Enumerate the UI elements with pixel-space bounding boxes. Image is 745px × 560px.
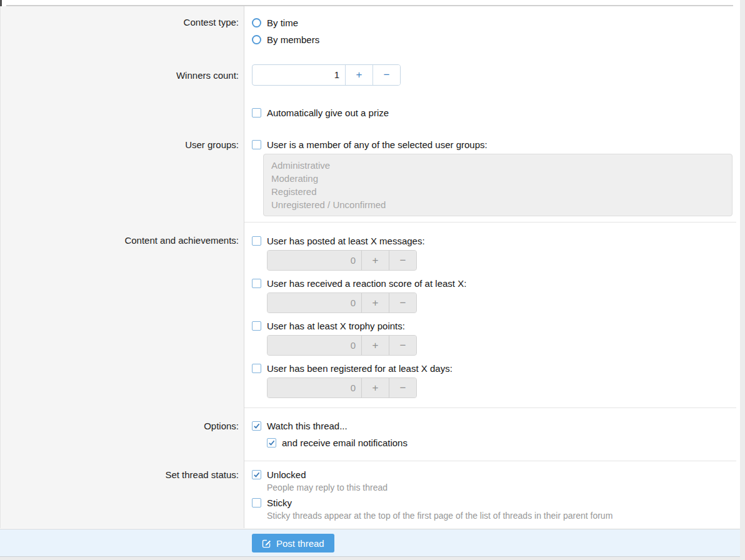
reaction-score-stepper: 0 + − <box>267 292 417 313</box>
user-group-option: Administrative <box>271 159 732 172</box>
registered-days-stepper: 0 + − <box>267 378 417 398</box>
winners-count-decrement-button[interactable]: − <box>372 65 400 85</box>
criterion-messages: User has posted at least X messages: 0 +… <box>252 235 736 271</box>
checkmark-icon <box>254 424 259 428</box>
user-group-option: Unregistered / Unconfirmed <box>271 198 732 211</box>
criterion-reaction-score: User has received a reaction score of at… <box>252 278 736 313</box>
form-footer: Post thread <box>0 529 745 556</box>
reaction-score-checkbox[interactable] <box>252 279 261 288</box>
registered-days-label: User has been registered for at least X … <box>267 363 452 374</box>
winners-count-label: Winners count: <box>0 54 244 131</box>
content-achievements-label: Content and achievements: <box>0 222 244 408</box>
form-row-winners-count: Winners count: 1 + − Automatically give … <box>0 54 736 131</box>
registered-days-decrement-button: − <box>389 378 416 398</box>
watch-thread-checkbox[interactable] <box>252 421 261 431</box>
checkmark-icon <box>269 441 274 444</box>
watch-thread-label: Watch this thread... <box>267 421 348 431</box>
email-notifications-checkbox[interactable] <box>267 438 276 448</box>
messages-label: User has posted at least X messages: <box>267 236 425 246</box>
user-group-option: Registered <box>271 185 732 198</box>
messages-checkbox[interactable] <box>252 236 261 246</box>
trophy-points-checkbox[interactable] <box>252 321 261 331</box>
criterion-registered-days: User has been registered for at least X … <box>252 362 736 398</box>
registered-days-checkbox[interactable] <box>252 364 261 373</box>
reaction-score-decrement-button: − <box>389 293 416 312</box>
user-groups-label: User groups: <box>0 131 244 222</box>
by-members-radio[interactable] <box>252 35 261 44</box>
sticky-checkbox[interactable] <box>252 498 261 508</box>
radio-row-by-members: By members <box>252 34 736 46</box>
by-time-label: By time <box>267 18 298 28</box>
form-row-content-achievements: Content and achievements: User has poste… <box>0 222 736 408</box>
form-row-options: Options: Watch this thread... and receiv… <box>0 408 736 461</box>
criterion-trophy-points: User has at least X trophy points: 0 + − <box>252 320 736 356</box>
contest-type-label: Contest type: <box>0 6 244 54</box>
sticky-row: Sticky <box>252 497 736 509</box>
auto-prize-label: Automatically give out a prize <box>267 108 389 118</box>
reaction-score-label: User has received a reaction score of at… <box>267 278 466 289</box>
sticky-hint: Sticky threads appear at the top of the … <box>267 510 736 521</box>
edit-icon <box>262 539 271 548</box>
user-groups-checkbox-label: User is a member of any of the selected … <box>267 139 488 150</box>
thread-status-label: Set thread status: <box>0 461 244 528</box>
trophy-points-label: User has at least X trophy points: <box>267 321 405 331</box>
user-groups-checkbox[interactable] <box>252 140 261 149</box>
bottom-strip <box>0 556 745 560</box>
watch-thread-row: Watch this thread... <box>252 420 736 432</box>
registered-days-input: 0 <box>268 378 361 398</box>
unlocked-checkbox[interactable] <box>252 470 261 479</box>
email-notifications-row: and receive email notifications <box>267 437 736 449</box>
checkmark-icon <box>254 472 259 476</box>
auto-prize-row: Automatically give out a prize <box>252 107 736 119</box>
messages-increment-button: + <box>361 251 389 270</box>
winners-count-input[interactable]: 1 <box>252 65 345 85</box>
messages-input: 0 <box>268 251 361 270</box>
trophy-points-stepper: 0 + − <box>267 335 417 356</box>
by-members-label: By members <box>267 34 319 45</box>
form-row-thread-status: Set thread status: Unlocked People may r… <box>0 461 736 528</box>
post-thread-button[interactable]: Post thread <box>252 534 334 552</box>
auto-prize-checkbox[interactable] <box>252 108 261 118</box>
by-time-radio[interactable] <box>252 18 261 28</box>
user-groups-select: Administrative Moderating Registered Unr… <box>263 154 732 216</box>
email-notifications-label: and receive email notifications <box>282 438 408 448</box>
new-thread-page: Contest type: By time By members Winners… <box>0 0 745 560</box>
form-row-contest-type: Contest type: By time By members <box>0 6 736 54</box>
unlocked-row: Unlocked <box>252 469 736 481</box>
user-group-option: Moderating <box>271 172 732 185</box>
user-groups-checkbox-row: User is a member of any of the selected … <box>252 139 736 151</box>
reaction-score-increment-button: + <box>361 293 389 312</box>
form-row-user-groups: User groups: User is a member of any of … <box>0 131 736 222</box>
trophy-points-increment-button: + <box>361 336 389 355</box>
registered-days-increment-button: + <box>361 378 389 398</box>
unlocked-label: Unlocked <box>267 469 306 480</box>
scrollbar[interactable] <box>740 0 745 560</box>
winners-count-stepper: 1 + − <box>252 64 401 86</box>
trophy-points-input: 0 <box>268 336 361 355</box>
sticky-label: Sticky <box>267 498 292 508</box>
unlocked-hint: People may reply to this thread <box>267 482 736 493</box>
reaction-score-input: 0 <box>268 293 361 312</box>
radio-row-by-time: By time <box>252 17 736 29</box>
options-label: Options: <box>0 408 244 461</box>
messages-stepper: 0 + − <box>267 250 417 271</box>
messages-decrement-button: − <box>389 251 416 270</box>
thread-form: Contest type: By time By members Winners… <box>0 6 736 528</box>
winners-count-increment-button[interactable]: + <box>345 65 372 85</box>
post-thread-button-label: Post thread <box>276 538 324 549</box>
trophy-points-decrement-button: − <box>389 336 416 355</box>
